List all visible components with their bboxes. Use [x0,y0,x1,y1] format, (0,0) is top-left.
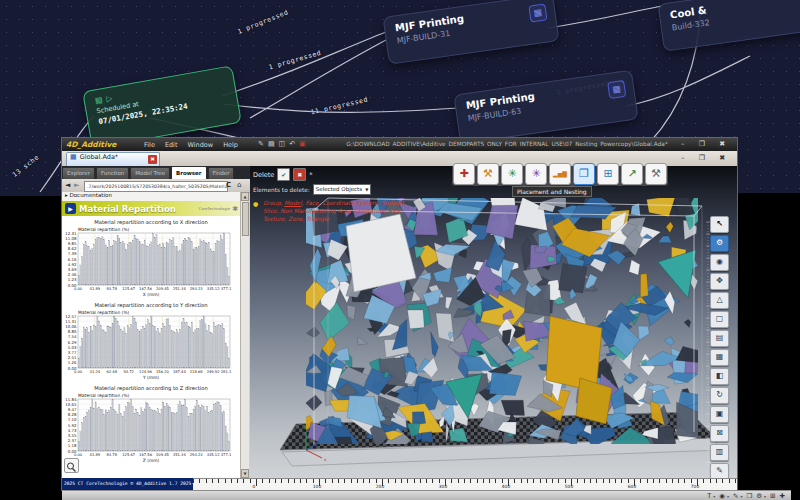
zoom-tool-button[interactable] [64,458,79,473]
scrollbar-thumb[interactable] [242,202,249,236]
move-icon[interactable]: ✥ [710,273,729,290]
repair-tools-icon[interactable]: ⚒ [477,163,499,185]
menu-edit[interactable]: Edit [165,141,178,149]
home-icon[interactable]: ⌂ [237,181,241,189]
tab-explorer[interactable]: Explorer [62,167,95,179]
status-bar: 2025 CT CoreTechnologie © 4D_Additive 1.… [62,478,195,490]
delete-tool-panel: Delete ✔ ✖ * Elements to delete: Selecte… [253,168,433,223]
ruler-tick [596,479,597,483]
ruler-tick [684,479,685,483]
rotate-view-icon[interactable]: ↻ [710,387,729,404]
settings-gear-icon[interactable]: ⚙ [710,235,729,252]
placement-nesting-icon[interactable]: ❐ [573,163,595,185]
ruler-tick [533,479,534,483]
analysis-chart-icon[interactable]: ▂▅▇ [549,163,571,185]
ruler-tick [218,479,219,483]
back-icon[interactable]: ◄ [65,181,70,189]
app-titlebar: 4D_Additive FileEditWindowHelp ✎▤◫↶▣ G:\… [62,138,737,151]
refresh-icon[interactable]: C [226,181,231,189]
tab-function[interactable]: Function [96,167,129,179]
svg-text:Material repartition according: Material repartition according to X dire… [94,219,207,226]
ruler-tick [659,479,660,483]
tab-model-tree[interactable]: Model Tree [130,167,170,179]
ruler-tick [464,479,465,483]
titlebar-tool-icon[interactable]: ▤ [268,140,279,148]
svg-text:41.89: 41.89 [90,453,101,457]
menu-help[interactable]: Help [223,141,238,149]
add-part-icon[interactable]: ✚ [453,163,475,185]
export-icon[interactable]: ↗ [621,163,643,185]
grid-view-icon[interactable]: ▦ [710,349,729,366]
windows-icon[interactable]: ❒ [746,492,752,500]
text-filter-icon[interactable]: T [707,492,711,500]
svg-text:0.00: 0.00 [74,287,83,291]
titlebar-tool-icon[interactable]: ◫ [279,140,290,148]
titlebar-tool-icon[interactable]: ↶ [289,140,299,148]
annotate-icon[interactable]: ✎ [733,492,738,500]
titlebar-tool-icon[interactable]: ▣ [299,140,310,148]
ruler-tick [603,479,604,483]
select-cursor-icon[interactable]: ↖ [710,216,729,233]
bottom-toolbar-icons: T▾◉▾✎▾❒⚙▾⊞✚ [707,492,785,500]
view-mode-icon[interactable]: ◉ [719,492,725,500]
tab-finder[interactable]: Finder [208,167,235,179]
svg-text:335.12: 335.12 [207,453,220,457]
ruler-tick [729,479,730,483]
slicing-icon[interactable]: ⊞ [597,163,619,185]
add-icon[interactable]: ✚ [780,492,785,500]
menu-window[interactable]: Window [187,141,213,149]
ruler-tick [558,479,559,483]
ruler-tick [495,479,496,483]
screenshot-icon[interactable]: ▤ [710,330,729,347]
center-view-icon[interactable]: ▣ [710,406,729,423]
elements-dropdown[interactable]: Selected Objects ▼ [313,184,371,195]
scroll-down-icon[interactable]: ▼ [241,469,249,478]
panel-scrollbar[interactable]: ▲ ▼ [240,192,249,478]
shapes-icon[interactable]: △ [710,292,729,309]
ruler-tick [388,479,389,483]
titlebar-tool-icon[interactable]: ✎ [258,140,268,148]
texture-view-icon[interactable]: ▥ [710,444,729,461]
svg-text:281.1: 281.1 [221,370,232,374]
snap-point-icon[interactable]: ◉ [710,254,729,271]
svg-text:124.96: 124.96 [139,370,153,374]
window-controls[interactable]: – ❐ ✖ [681,140,731,148]
lattice-icon[interactable]: ✳ [525,163,547,185]
model-link[interactable]: Model [284,200,301,206]
ruler-tick [376,479,377,483]
svg-text:0.00: 0.00 [74,370,83,374]
ruler-tick [288,479,289,483]
document-tab[interactable]: ▦Global.Ada* ✖ [66,152,160,166]
document-tab-label: Global.Ada* [80,153,119,161]
svg-text:83.78: 83.78 [106,287,117,291]
view-window-icon[interactable]: ▢ [710,311,729,328]
panel-tabstrip: ExplorerFunctionModel TreeBrowserFinder [62,166,250,179]
svg-text:Y (mm): Y (mm) [142,375,159,380]
build-job-icon[interactable]: ⚒ [645,163,667,185]
tab-browser[interactable]: Browser [171,166,206,179]
ruler-tick [357,479,358,483]
ruler-tick [577,479,578,483]
url-input[interactable]: .7/work/2025100815/5720530384/a_halter_5… [84,181,228,192]
cancel-delete-button[interactable]: ✖ [293,168,306,181]
chevron-down-icon: ▾ [727,494,729,499]
supports-icon[interactable]: ✳ [501,163,523,185]
close-tab-icon[interactable]: ✖ [148,155,157,164]
types-text: , Face, Coordinate System, Support, [302,200,406,206]
grid-icon[interactable]: ⊞ [770,492,775,500]
menu-file[interactable]: File [144,141,155,149]
ruler-label: 100 [313,484,321,489]
confirm-button[interactable]: ✔ [277,168,290,181]
svg-text:218.68: 218.68 [190,370,204,374]
delete-box-icon[interactable]: ⊠ [710,425,729,442]
bottom-toolbar: T▾◉▾✎▾❒⚙▾⊞✚ [62,490,791,500]
fill-display-icon[interactable]: ◧ [710,368,729,385]
report-logo-icon: ▶ [65,203,76,214]
ruler-tick [344,479,345,483]
options-icon[interactable]: ⚙ [756,492,762,500]
document-path: G:\DOWNLOAD_ADDITIVE\Additive_DEMOPARTS_… [342,141,672,147]
ruler-tick [521,479,522,483]
scroll-up-icon[interactable]: ▲ [241,192,249,201]
mdi-window-controls[interactable]: – ❐ ✖ [681,154,731,162]
forward-icon[interactable]: ► [74,181,79,189]
